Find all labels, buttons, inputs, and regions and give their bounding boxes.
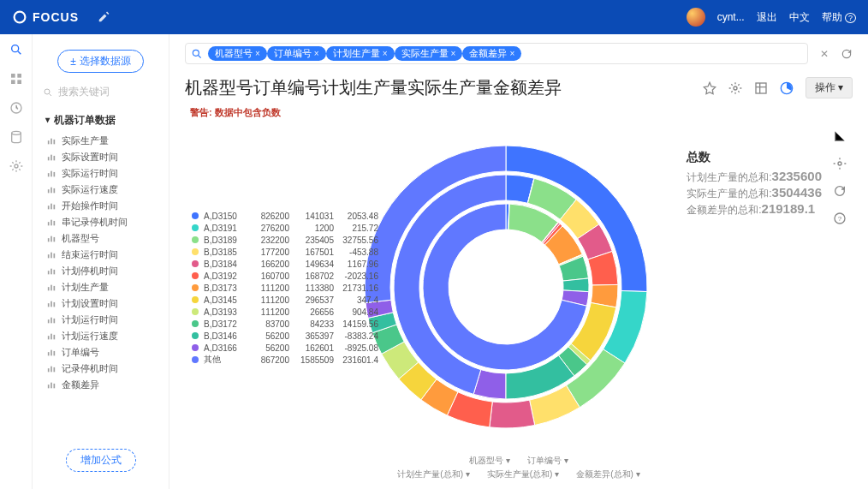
- legend-row[interactable]: B,D31841662001496341167.96: [192, 258, 378, 270]
- legend-row[interactable]: A,D31508262001410312053.48: [192, 210, 378, 222]
- tree-item[interactable]: 计划生产量: [46, 279, 169, 295]
- svg-rect-54: [48, 385, 50, 388]
- svg-rect-2: [17, 74, 21, 78]
- tree-item[interactable]: 机器型号: [46, 230, 169, 247]
- svg-rect-3: [11, 80, 15, 84]
- tree-item[interactable]: 实际运行时间: [46, 165, 169, 182]
- edit-icon[interactable]: [98, 11, 110, 23]
- query-chip[interactable]: 实际生产量 ×: [395, 46, 463, 61]
- legend-table: A,D31508262001410312053.48A,D31912762001…: [192, 210, 378, 366]
- reload-icon[interactable]: [833, 184, 847, 198]
- summary-panel: 总数 计划生产量的总和:3235600实际生产量的总和:3504436金额差异的…: [687, 150, 822, 218]
- database-icon[interactable]: [9, 130, 23, 144]
- svg-rect-26: [54, 220, 56, 224]
- legend-row[interactable]: B,D3172837008423314159.56: [192, 318, 378, 330]
- refresh-icon[interactable]: [841, 48, 853, 60]
- svg-rect-19: [51, 187, 52, 193]
- summary-row: 金额差异的总和:219189.1: [687, 201, 822, 218]
- tree-item[interactable]: 金额差异: [46, 377, 169, 393]
- svg-rect-30: [48, 254, 50, 258]
- settings-icon[interactable]: [9, 159, 23, 173]
- avatar[interactable]: [687, 8, 705, 27]
- clear-query-button[interactable]: ✕: [815, 48, 834, 60]
- select-datasource-button[interactable]: ± 选择数据源: [57, 50, 144, 73]
- logout-link[interactable]: 退出: [757, 10, 777, 25]
- donut-chart: [360, 141, 651, 432]
- search-icon: [43, 87, 53, 98]
- query-box[interactable]: 机器型号 ×订单编号 ×计划生产量 ×实际生产量 ×金额差异 ×: [185, 43, 808, 64]
- tree-root[interactable]: 机器订单数据: [46, 113, 169, 128]
- query-chip[interactable]: 计划生产量 ×: [326, 46, 395, 61]
- svg-rect-59: [756, 83, 766, 93]
- tree-item[interactable]: 实际运行速度: [46, 182, 169, 198]
- app-name: FOCUS: [33, 10, 79, 24]
- legend-row[interactable]: A,D3145111200296537347.4: [192, 294, 378, 306]
- svg-rect-44: [54, 318, 56, 322]
- gear-icon[interactable]: [833, 157, 847, 170]
- query-chip[interactable]: 金额差异 ×: [462, 46, 521, 61]
- query-chip[interactable]: 订单编号 ×: [267, 46, 326, 61]
- legend-row[interactable]: B,D3185177200167501-453.88: [192, 246, 378, 258]
- operations-button[interactable]: 操作 ▾: [806, 77, 853, 98]
- tree-item[interactable]: 记录停机时间: [46, 361, 169, 377]
- svg-rect-43: [51, 317, 52, 323]
- sidebar-search[interactable]: 搜索关键词: [33, 80, 169, 104]
- tree-item[interactable]: 实际生产量: [46, 133, 169, 149]
- svg-rect-52: [51, 366, 52, 372]
- svg-rect-21: [48, 206, 50, 209]
- svg-rect-35: [54, 269, 56, 273]
- svg-rect-38: [54, 285, 56, 289]
- nav-rail: [0, 34, 33, 489]
- legend-row[interactable]: A,D3192160700168702-2023.16: [192, 270, 378, 282]
- user-name[interactable]: cynt...: [717, 11, 745, 23]
- svg-rect-33: [48, 271, 50, 274]
- tree-item[interactable]: 计划设置时间: [46, 295, 169, 312]
- query-chip[interactable]: 机器型号 ×: [208, 46, 267, 61]
- search-icon[interactable]: [9, 43, 23, 57]
- svg-rect-42: [48, 319, 50, 323]
- dashboard-icon[interactable]: [9, 72, 23, 86]
- svg-rect-31: [51, 252, 52, 258]
- gear-icon[interactable]: [728, 81, 742, 95]
- lang-link[interactable]: 中文: [789, 10, 810, 25]
- svg-rect-34: [51, 268, 52, 274]
- logo: FOCUS: [12, 9, 79, 25]
- table-icon[interactable]: [754, 81, 768, 95]
- svg-rect-55: [51, 382, 52, 388]
- tree-item[interactable]: 实际设置时间: [46, 149, 169, 165]
- pie-chart-icon[interactable]: [780, 81, 794, 95]
- svg-rect-12: [48, 157, 50, 160]
- help-icon[interactable]: ?: [833, 212, 847, 225]
- tree-item[interactable]: 计划运行时间: [46, 312, 169, 328]
- legend-row[interactable]: A,D31912762001200215.72: [192, 222, 378, 234]
- chart-toolbar: ?: [827, 121, 853, 453]
- svg-rect-15: [48, 173, 50, 176]
- svg-rect-49: [51, 349, 52, 355]
- pin-icon[interactable]: [703, 81, 716, 95]
- axis-icon[interactable]: [833, 129, 847, 143]
- svg-point-6: [11, 131, 21, 134]
- legend-row[interactable]: A,D316656200162601-8925.08: [192, 342, 378, 354]
- svg-rect-24: [48, 222, 50, 225]
- add-formula-button[interactable]: 增加公式: [66, 449, 136, 472]
- clock-icon[interactable]: [9, 101, 23, 115]
- help-link[interactable]: 帮助 ?: [822, 10, 856, 25]
- svg-rect-9: [48, 140, 50, 144]
- svg-rect-1: [11, 74, 15, 78]
- svg-rect-10: [51, 138, 52, 144]
- tree-item[interactable]: 串记录停机时间: [46, 214, 169, 230]
- summary-row: 计划生产量的总和:3235600: [687, 169, 822, 185]
- legend-row[interactable]: B,D314656200365397-8383.24: [192, 330, 378, 342]
- tree-item[interactable]: 计划运行速度: [46, 328, 169, 344]
- legend-row[interactable]: B,D318923220023540532755.56: [192, 234, 378, 246]
- svg-point-7: [15, 164, 18, 168]
- tree-item[interactable]: 计划停机时间: [46, 263, 169, 279]
- legend-row[interactable]: 其他8672001585509231601.4: [192, 354, 378, 366]
- svg-rect-37: [51, 284, 52, 290]
- tree-item[interactable]: 订单编号: [46, 344, 169, 361]
- legend-row[interactable]: B,D317311120011338021731.16: [192, 282, 378, 294]
- svg-rect-53: [54, 367, 56, 371]
- legend-row[interactable]: A,D319311120026656904.84: [192, 306, 378, 318]
- tree-item[interactable]: 结束运行时间: [46, 247, 169, 263]
- tree-item[interactable]: 开始操作时间: [46, 198, 169, 214]
